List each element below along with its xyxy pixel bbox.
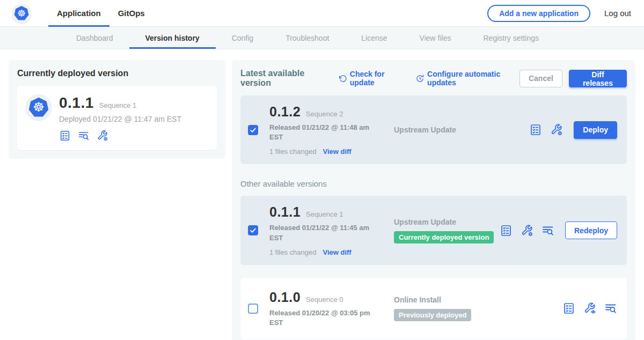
currently-deployed-card: Currently deployed version ☸ 0.1.1 Seque…: [9, 60, 225, 159]
version-source: Upstream Update: [394, 218, 500, 226]
version-checkbox[interactable]: [248, 304, 258, 314]
tab-license[interactable]: License: [345, 27, 403, 49]
deployed-card-title: Currently deployed version: [17, 69, 217, 78]
version-checkbox[interactable]: [248, 125, 258, 135]
deployed-version-card: ☸ 0.1.1 Sequence 1 Deployed 01/21/22 @ 1…: [17, 86, 217, 150]
deployed-timestamp: Deployed 01/21/22 @ 11:47 am EST: [59, 115, 181, 123]
tab-gitops[interactable]: GitOps: [109, 0, 153, 27]
top-header: ☸ Application GitOps Add a new applicati…: [0, 0, 644, 27]
clock-refresh-icon: [416, 74, 424, 83]
view-diff-link[interactable]: View diff: [323, 147, 351, 156]
tab-version-history[interactable]: Version history: [129, 27, 216, 49]
cancel-button[interactable]: Cancel: [519, 70, 562, 87]
currently-deployed-badge: Currently deployed version: [394, 231, 494, 243]
version-number: 0.1.1: [269, 204, 301, 220]
kubernetes-icon: ☸: [12, 4, 31, 23]
version-history-panel: Latest available version Check for updat…: [232, 60, 635, 340]
sequence-label: Sequence 1: [306, 210, 343, 218]
checklist-icon[interactable]: [562, 302, 575, 315]
check-icon: [249, 226, 257, 234]
tab-dashboard[interactable]: Dashboard: [60, 27, 129, 49]
diff-releases-button[interactable]: Diff releases: [569, 70, 627, 87]
logs-search-icon[interactable]: [541, 224, 554, 237]
redeploy-button[interactable]: Redeploy: [565, 221, 617, 239]
logs-search-icon[interactable]: [604, 302, 617, 315]
version-number: 0.1.2: [269, 104, 301, 120]
other-versions-title: Other available versions: [240, 179, 627, 188]
latest-available-header: Latest available version Check for updat…: [240, 69, 627, 88]
version-number: 0.1.0: [269, 290, 301, 305]
check-icon: [249, 126, 257, 134]
check-for-update-link[interactable]: Check for update: [339, 70, 404, 87]
released-timestamp: Released 01/20/22 @ 03:05 pm EST: [269, 308, 376, 328]
deployed-version-number: 0.1.1: [59, 94, 94, 112]
released-timestamp: Released 01/21/22 @ 11:45 am EST: [269, 223, 376, 242]
app-subnav: Dashboard Version history Config Trouble…: [0, 27, 644, 49]
tab-troubleshoot[interactable]: Troubleshoot: [269, 27, 345, 49]
tab-application[interactable]: Application: [48, 0, 109, 27]
wrench-eye-icon[interactable]: [583, 302, 596, 315]
version-source: Upstream Update: [394, 125, 529, 134]
wrench-gear-icon[interactable]: [521, 224, 533, 237]
logs-search-icon[interactable]: [78, 130, 90, 142]
released-timestamp: Released 01/21/22 @ 11:48 am EST: [269, 123, 376, 142]
view-diff-link[interactable]: View diff: [323, 248, 351, 256]
version-row: 0.1.1 Sequence 1 Released 01/21/22 @ 11:…: [240, 196, 627, 264]
add-application-button[interactable]: Add a new application: [487, 5, 590, 22]
previously-deployed-badge: Previously deployed: [394, 309, 471, 321]
latest-available-title: Latest available version: [240, 69, 327, 88]
sequence-label: Sequence 2: [306, 110, 343, 118]
files-changed-label: 1 files changed: [269, 248, 316, 256]
tab-config[interactable]: Config: [216, 27, 269, 49]
tab-view-files[interactable]: View files: [404, 27, 467, 49]
refresh-icon: [339, 74, 347, 83]
configure-automatic-updates-link[interactable]: Configure automatic updates: [416, 70, 519, 87]
files-changed-label: 1 files changed: [269, 147, 316, 156]
wrench-gear-icon[interactable]: [550, 123, 563, 136]
app-nav: Application GitOps: [48, 0, 153, 27]
deployed-sequence-label: Sequence 1: [99, 101, 136, 109]
checklist-icon[interactable]: [500, 224, 513, 237]
version-row: 0.1.2 Sequence 2 Released 01/21/22 @ 11:…: [240, 95, 627, 164]
main-content: Currently deployed version ☸ 0.1.1 Seque…: [0, 49, 644, 340]
kubernetes-icon: ☸: [26, 94, 52, 120]
version-row: 0.1.0 Sequence 0 Released 01/20/22 @ 03:…: [240, 278, 627, 339]
checklist-icon[interactable]: [59, 130, 71, 142]
logout-link[interactable]: Log out: [604, 9, 631, 18]
checklist-icon[interactable]: [529, 123, 542, 136]
tab-registry-settings[interactable]: Registry settings: [467, 27, 554, 49]
deploy-button[interactable]: Deploy: [574, 121, 617, 139]
version-source: Online Install: [394, 295, 562, 304]
version-checkbox[interactable]: [248, 225, 258, 235]
sequence-label: Sequence 0: [306, 295, 343, 304]
wrench-gear-icon[interactable]: [97, 130, 108, 142]
